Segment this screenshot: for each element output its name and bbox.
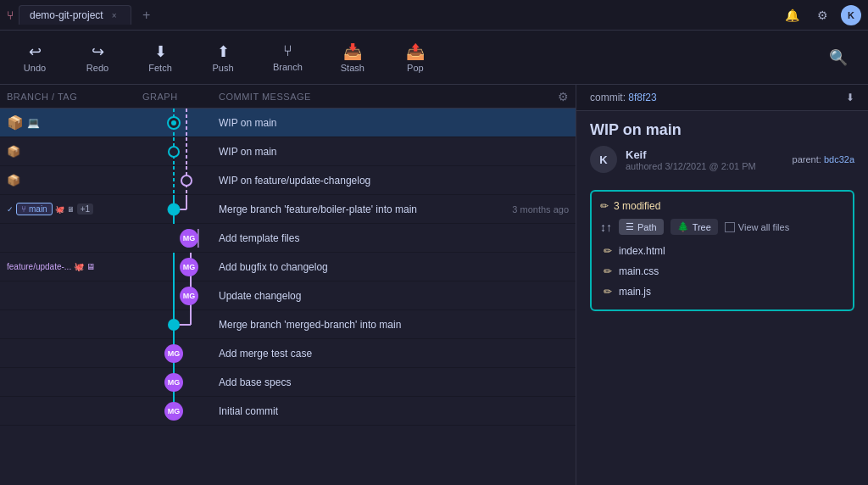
commit-message: Merge branch 'merged-branch' into main — [212, 319, 576, 331]
path-label: Path — [637, 222, 657, 232]
table-row[interactable]: MG Add merge test case — [0, 339, 576, 368]
tree-label: Tree — [693, 222, 711, 232]
git-icon: ⑂ — [7, 8, 14, 22]
column-headers: BRANCH / TAG GRAPH COMMIT MESSAGE ⚙ — [0, 85, 576, 109]
file-list: ✏ index.html ✏ main.css ✏ main.js — [600, 242, 844, 301]
add-tab-button[interactable]: + — [136, 5, 157, 25]
redo-button[interactable]: ↪ Redo — [76, 37, 119, 78]
parent-info: parent: bdc32a — [793, 154, 854, 164]
view-all-label: View all files — [738, 222, 789, 232]
branch-label: Branch — [273, 62, 303, 72]
title-bar: ⑂ demo-git-project × + 🔔 ⚙ K — [0, 0, 868, 31]
table-row[interactable]: feature/update-... 🐙 🖥 MG Add bugfix to … — [0, 253, 576, 282]
notification-icon[interactable]: 🔔 — [780, 3, 804, 27]
table-row[interactable]: Merge branch 'merged-branch' into main — [0, 310, 576, 339]
file-name: main.css — [619, 265, 659, 277]
svg-point-6 — [169, 147, 179, 157]
table-row[interactable]: MG Add template files — [0, 224, 576, 253]
author-avatar: K — [590, 146, 617, 173]
path-icon: ☰ — [626, 221, 634, 232]
table-row[interactable]: 📦 💻 WIP on main — [0, 109, 576, 137]
tab[interactable]: demo-git-project × — [19, 5, 131, 25]
sort-icon[interactable]: ↕↑ — [600, 220, 612, 234]
stash-button[interactable]: 📥 Stash — [331, 37, 374, 78]
undo-label: Undo — [24, 63, 46, 73]
pop-button[interactable]: 📤 Pop — [394, 37, 437, 78]
list-item[interactable]: ✏ main.css — [600, 262, 844, 281]
table-row[interactable]: MG Initial commit — [0, 397, 576, 426]
branch-col-header: BRANCH / TAG — [7, 92, 142, 102]
view-all-files[interactable]: View all files — [725, 222, 789, 232]
svg-point-3 — [171, 120, 176, 125]
tab-label: demo-git-project — [30, 9, 103, 21]
commit-hash: 8f8f23 — [628, 92, 656, 103]
commit-author: K Keif authored 3/12/2021 @ 2:01 PM pare… — [576, 146, 868, 183]
push-icon: ⬆ — [217, 42, 230, 61]
fetch-button[interactable]: ⬇ Fetch — [139, 37, 181, 78]
search-button[interactable]: 🔍 — [822, 42, 854, 74]
settings-icon[interactable]: ⚙ — [810, 3, 834, 27]
commit-message: Add base specs — [212, 376, 576, 388]
svg-point-23 — [168, 319, 180, 331]
commit-info-header: commit: 8f8f23 ⬇ — [576, 85, 868, 111]
table-row[interactable]: ✓ ⑂ main 🐙 🖥 +1 Merge bra — [0, 195, 576, 224]
file-modified-icon: ✏ — [604, 265, 612, 277]
download-icon[interactable]: ⬇ — [846, 92, 854, 103]
author-name: Keif — [626, 148, 784, 161]
parent-hash: bdc32a — [824, 154, 854, 164]
commit-message: Initial commit — [212, 405, 576, 417]
commit-title: WIP on main — [576, 111, 868, 146]
commit-message: Merge branch 'feature/boiler-plate' into… — [212, 203, 512, 215]
modified-label: 3 modified — [614, 200, 660, 212]
commit-message: Add bugfix to changelog — [212, 261, 576, 273]
file-modified-icon: ✏ — [604, 245, 612, 257]
user-avatar[interactable]: K — [841, 5, 861, 25]
file-name: index.html — [619, 245, 665, 257]
commit-label: commit: — [590, 92, 626, 103]
tree-icon: 🌲 — [677, 221, 689, 232]
file-name: main.js — [619, 286, 651, 298]
push-button[interactable]: ⬆ Push — [202, 37, 244, 78]
view-all-checkbox[interactable] — [725, 222, 735, 232]
commit-message: WIP on main — [212, 146, 576, 158]
branch-icon: ⑂ — [283, 42, 292, 60]
redo-icon: ↪ — [92, 42, 104, 61]
pencil-icon: ✏ — [600, 200, 609, 212]
list-item[interactable]: ✏ index.html — [600, 242, 844, 260]
file-changes-panel: ✏ 3 modified ↕↑ ☰ Path 🌲 Tree View all f… — [590, 190, 854, 311]
svg-point-13 — [168, 203, 180, 215]
commit-message: Add template files — [212, 232, 576, 244]
toolbar: ↩ Undo ↪ Redo ⬇ Fetch ⬆ Push ⑂ Branch 📥 … — [0, 31, 868, 85]
branch-button[interactable]: ⑂ Branch — [264, 37, 311, 77]
stash-label: Stash — [341, 63, 364, 73]
list-item[interactable]: ✏ main.js — [600, 282, 844, 301]
commit-message: WIP on main — [212, 117, 576, 129]
pop-label: Pop — [407, 63, 424, 73]
svg-point-9 — [181, 176, 192, 186]
table-row[interactable]: 📦 WIP on main — [0, 137, 576, 166]
commit-col-header: COMMIT MESSAGE ⚙ — [219, 90, 569, 103]
undo-icon: ↩ — [29, 42, 42, 61]
table-row[interactable]: MG Add base specs — [0, 368, 576, 397]
author-date: authored 3/12/2021 @ 2:01 PM — [626, 161, 784, 171]
path-view-button[interactable]: ☰ Path — [619, 219, 664, 235]
pop-icon: 📤 — [406, 42, 425, 61]
commit-settings-icon[interactable]: ⚙ — [558, 90, 570, 103]
close-icon[interactable]: × — [108, 9, 120, 21]
undo-button[interactable]: ↩ Undo — [14, 37, 56, 78]
table-row[interactable]: 📦 WIP on feature/update-changelog — [0, 166, 576, 195]
graph-col-header: GRAPH — [142, 92, 219, 102]
table-row[interactable]: MG Update changelog — [0, 282, 576, 310]
fetch-label: Fetch — [148, 63, 172, 73]
commit-message: Update changelog — [212, 290, 576, 302]
stash-icon: 📥 — [343, 42, 362, 61]
modified-count: ✏ 3 modified — [600, 200, 660, 212]
redo-label: Redo — [86, 63, 108, 73]
push-label: Push — [212, 63, 233, 73]
left-panel: BRANCH / TAG GRAPH COMMIT MESSAGE ⚙ 📦 💻 — [0, 85, 576, 485]
commit-date: 3 months ago — [512, 204, 576, 215]
tree-view-button[interactable]: 🌲 Tree — [670, 219, 718, 235]
fetch-icon: ⬇ — [154, 42, 167, 61]
commit-message: WIP on feature/update-changelog — [212, 175, 576, 187]
file-modified-icon: ✏ — [604, 286, 612, 298]
